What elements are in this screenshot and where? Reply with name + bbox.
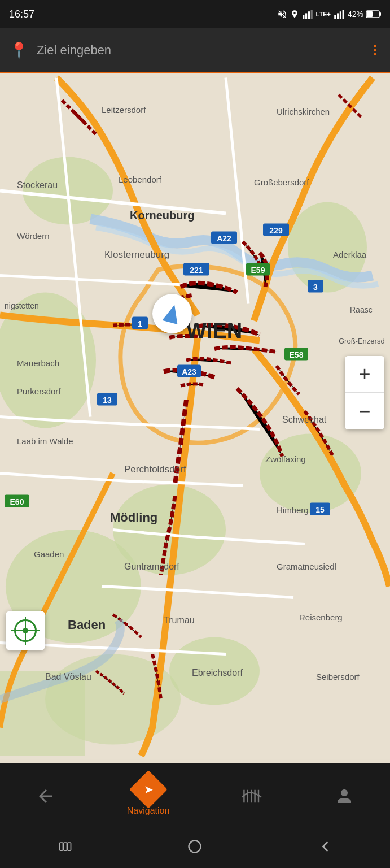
status-time: 16:57 — [9, 8, 34, 20]
svg-rect-1 — [305, 13, 307, 19]
svg-text:Baden: Baden — [68, 618, 106, 632]
svg-text:Purkersdorf: Purkersdorf — [17, 387, 61, 396]
svg-rect-2 — [308, 11, 309, 19]
svg-text:Leobendorf: Leobendorf — [119, 175, 162, 184]
profile-icon — [334, 786, 354, 806]
svg-text:Ulrichskirchen: Ulrichskirchen — [277, 107, 330, 116]
svg-text:Großebersdorf: Großebersdorf — [254, 177, 309, 187]
svg-point-17 — [260, 434, 361, 513]
svg-text:Zwölfaxing: Zwölfaxing — [265, 454, 306, 464]
android-back-button[interactable] — [317, 839, 333, 858]
svg-text:A23: A23 — [182, 367, 196, 376]
status-icons: LTE+ 42% — [277, 9, 381, 19]
svg-text:nigstetten: nigstetten — [5, 301, 39, 310]
back-icon — [36, 786, 56, 806]
svg-text:Wördern: Wördern — [17, 231, 50, 241]
location-icon — [290, 10, 299, 19]
svg-text:3: 3 — [313, 283, 318, 292]
bottom-navigation: ➤ Navigation — [0, 763, 390, 828]
svg-text:Laab im Walde: Laab im Walde — [17, 436, 73, 446]
svg-text:1: 1 — [138, 319, 142, 328]
svg-text:A22: A22 — [217, 234, 231, 243]
zoom-controls: + − — [345, 356, 384, 429]
nav-item-profile[interactable] — [334, 786, 354, 806]
svg-text:Stockerau: Stockerau — [17, 180, 58, 190]
battery-indicator: 42% — [348, 10, 363, 19]
svg-rect-73 — [60, 843, 63, 850]
svg-rect-10 — [379, 12, 381, 16]
svg-text:229: 229 — [269, 226, 283, 235]
svg-rect-9 — [367, 11, 373, 17]
svg-text:Trumau: Trumau — [164, 615, 195, 625]
nav-item-back[interactable] — [36, 786, 56, 806]
signal2-icon — [334, 10, 345, 19]
svg-text:Reisenberg: Reisenberg — [299, 613, 343, 622]
svg-text:15: 15 — [315, 505, 325, 514]
svg-text:Groß-Enzersd: Groß-Enzersd — [339, 337, 385, 345]
search-pin-icon: 📍 — [9, 41, 29, 60]
svg-text:Schwechat: Schwechat — [282, 415, 327, 424]
navigation-arrow-icon: ➤ — [143, 783, 153, 796]
svg-rect-0 — [303, 15, 304, 19]
gps-location-button[interactable] — [6, 611, 45, 650]
svg-text:221: 221 — [190, 266, 203, 275]
svg-rect-6 — [340, 11, 341, 19]
svg-text:E59: E59 — [251, 266, 265, 275]
svg-text:Gramatneusiedl: Gramatneusiedl — [277, 562, 336, 571]
nav-item-speed[interactable] — [240, 786, 263, 806]
svg-text:13: 13 — [103, 396, 112, 405]
gps-icon — [14, 619, 37, 642]
svg-text:E60: E60 — [10, 497, 24, 506]
svg-text:Aderklaa: Aderklaa — [333, 250, 367, 259]
svg-text:Korneuburg: Korneuburg — [130, 209, 194, 222]
svg-text:Klosterneuburg: Klosterneuburg — [104, 249, 169, 260]
svg-text:Gaaden: Gaaden — [34, 549, 64, 559]
svg-rect-5 — [337, 13, 339, 19]
svg-rect-74 — [64, 843, 67, 850]
compass-arrow — [162, 303, 182, 324]
svg-rect-7 — [343, 10, 344, 19]
svg-rect-3 — [310, 10, 312, 19]
search-placeholder[interactable]: Ziel eingeben — [37, 43, 369, 58]
navigation-diamond-icon: ➤ — [129, 770, 168, 809]
mute-icon — [277, 9, 287, 19]
svg-point-76 — [189, 841, 201, 853]
svg-text:Bad Vöslau: Bad Vöslau — [45, 672, 91, 682]
android-home-button[interactable] — [187, 839, 203, 858]
svg-text:WIEN: WIEN — [186, 319, 242, 342]
svg-text:Seibersdorf: Seibersdorf — [316, 672, 360, 682]
svg-text:Himberg: Himberg — [277, 505, 309, 515]
map-area[interactable]: Leitzersdorf Ulrichskirchen Stockerau Le… — [0, 73, 390, 763]
signal-icon — [302, 10, 313, 19]
android-navigation-bar — [0, 828, 390, 868]
android-recent-button[interactable] — [57, 839, 73, 858]
status-bar: 16:57 LTE+ 42% — [0, 0, 390, 28]
zoom-out-button[interactable]: − — [345, 393, 384, 429]
nav-item-navigation[interactable]: ➤ Navigation — [127, 776, 170, 816]
zoom-in-button[interactable]: + — [345, 356, 384, 393]
svg-text:Guntramsdorf: Guntramsdorf — [124, 562, 179, 571]
svg-text:Perchtoldsdorf: Perchtoldsdorf — [124, 464, 186, 475]
svg-text:Ebreichsdorf: Ebreichsdorf — [192, 668, 243, 678]
svg-rect-4 — [334, 15, 336, 19]
svg-rect-75 — [68, 843, 71, 850]
map-svg: Leitzersdorf Ulrichskirchen Stockerau Le… — [0, 73, 390, 763]
battery-icon — [366, 10, 381, 18]
lte-indicator: LTE+ — [316, 11, 331, 18]
svg-text:Mödling: Mödling — [110, 510, 157, 524]
lanes-icon — [240, 786, 263, 806]
search-bar[interactable]: 📍 Ziel eingeben ⋮ — [0, 28, 390, 73]
svg-text:Leitzersdorf: Leitzersdorf — [102, 105, 146, 115]
svg-text:Raasc: Raasc — [350, 305, 373, 314]
svg-text:E58: E58 — [290, 350, 304, 359]
compass-button[interactable] — [152, 294, 192, 333]
more-options-button[interactable]: ⋮ — [369, 43, 381, 58]
svg-text:Mauerbach: Mauerbach — [17, 358, 59, 368]
